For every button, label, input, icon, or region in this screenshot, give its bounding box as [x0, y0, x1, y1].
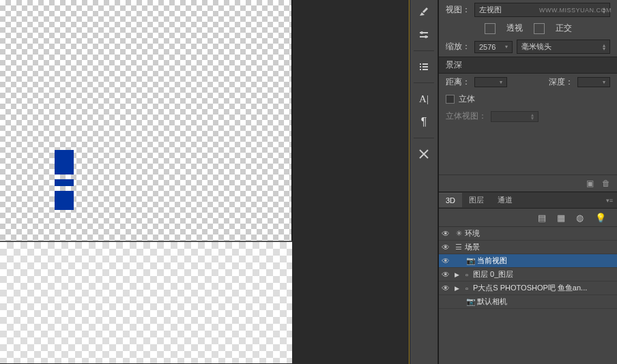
caret-updown-icon: ▴▾ — [531, 113, 534, 120]
view-value: 左视图 — [479, 5, 502, 15]
caret-updown-icon: ▴▾ — [603, 44, 605, 50]
watermark-text: WWW.MISSYUAN.COM — [539, 7, 612, 14]
depth-dropdown[interactable]: ▾ — [577, 77, 610, 87]
disclosure-arrow-icon[interactable]: ▶ — [453, 285, 461, 292]
dof-row: 距离： ▾ 深度： ▾ — [439, 74, 617, 91]
visibility-eye-icon[interactable]: 👁 — [439, 284, 453, 293]
perspective-cube-icon[interactable] — [485, 23, 496, 34]
paragraph-panel-icon[interactable]: ¶ — [413, 113, 435, 131]
scene-icon: ☰ — [453, 243, 465, 252]
distance-label: 距离： — [446, 76, 470, 88]
mesh-icon: ▫ — [461, 284, 473, 292]
stereo-view-row: 立体视图： ▴▾ — [439, 108, 617, 125]
properties-panel: WWW.MISSYUAN.COM 视图： 左视图 ▴▾ 透视 正交 缩放： 25… — [439, 0, 617, 192]
tree-label: 图层 0_图层 — [473, 269, 513, 279]
blue-block-2 — [55, 179, 74, 186]
tab-channels[interactable]: 通道 — [491, 192, 519, 208]
filter-mesh-icon[interactable]: ▦ — [557, 213, 566, 222]
tree-label: 环境 — [465, 228, 480, 239]
distance-dropdown[interactable]: ▾ — [474, 77, 507, 87]
panel-tabs: 3D 图层 通道 ▾≡ — [439, 192, 617, 209]
scene-tree: 👁 ✳ 环境 👁 ☰ 场景 👁 📷 当前视图 👁 ▶ ▫ 图层 0_图层 — [439, 227, 617, 364]
tab-layers[interactable]: 图层 — [462, 192, 491, 208]
visibility-eye-icon[interactable]: 👁 — [439, 229, 453, 239]
projection-row: 透视 正交 — [439, 20, 617, 37]
mesh-icon: ▫ — [461, 271, 473, 279]
layers-3d-panel: 3D 图层 通道 ▾≡ ▤ ▦ ◍ 💡 👁 ✳ 环境 👁 ☰ 场景 👁 — [439, 192, 617, 364]
blue-block-1 — [55, 150, 74, 175]
stereo-check-label: 立体 — [459, 93, 475, 105]
tree-label: 场景 — [465, 242, 480, 252]
stereo-check-row: 立体 — [439, 91, 617, 108]
tab-3d[interactable]: 3D — [439, 193, 462, 207]
tree-label: P大点S PHOTOSHOP吧 鱼鱼an... — [473, 283, 587, 293]
caret-down-icon: ▾ — [500, 79, 502, 85]
stereo-view-label: 立体视图： — [446, 110, 487, 122]
ortho-cube-icon[interactable] — [534, 23, 545, 34]
perspective-label: 透视 — [506, 22, 523, 34]
stereo-view-dropdown[interactable]: ▴▾ — [491, 111, 539, 122]
caret-down-icon: ▾ — [505, 44, 508, 50]
depth-label: 深度： — [549, 76, 573, 88]
tree-label: 默认相机 — [477, 297, 507, 307]
tree-row-layer0[interactable]: 👁 ▶ ▫ 图层 0_图层 — [439, 268, 617, 282]
disclosure-arrow-icon[interactable]: ▶ — [453, 271, 461, 278]
tree-row-scene[interactable]: 👁 ☰ 场景 — [439, 241, 617, 254]
zoom-dropdown[interactable]: 2576 ▾ — [474, 41, 513, 53]
filter-scene-icon[interactable]: ▤ — [538, 213, 547, 222]
character-panel-icon[interactable]: A| — [413, 90, 435, 108]
view-label: 视图： — [446, 4, 470, 16]
adjust-tool-icon[interactable] — [413, 26, 435, 44]
tree-label: 当前视图 — [477, 256, 507, 266]
canvas-upper-doc[interactable] — [0, 0, 292, 241]
lens-dropdown[interactable]: 毫米镜头 ▴▾ — [517, 40, 610, 54]
environment-icon: ✳ — [453, 229, 465, 238]
filter-material-icon[interactable]: ◍ — [576, 213, 586, 222]
tree-row-environment[interactable]: 👁 ✳ 环境 — [439, 227, 617, 241]
trash-icon[interactable]: 🗑 — [601, 178, 612, 189]
dof-header: 景深 — [439, 57, 617, 74]
svg-point-1 — [425, 35, 427, 38]
tree-row-current-view[interactable]: 👁 📷 当前视图 — [439, 254, 617, 268]
tree-row-pbig[interactable]: 👁 ▶ ▫ P大点S PHOTOSHOP吧 鱼鱼an... — [439, 282, 617, 295]
zoom-label: 缩放： — [446, 41, 470, 52]
vertical-toolbar: A| ¶ — [410, 0, 438, 364]
filter-light-icon[interactable]: 💡 — [595, 213, 605, 222]
lens-value: 毫米镜头 — [521, 42, 551, 52]
stereo-checkbox[interactable] — [446, 95, 455, 104]
brush-tool-icon[interactable] — [413, 3, 435, 20]
caret-down-icon: ▾ — [603, 79, 605, 85]
ortho-label: 正交 — [556, 22, 572, 34]
tree-row-default-camera[interactable]: 📷 默认相机 — [439, 295, 617, 309]
tools-crossed-icon[interactable] — [413, 145, 435, 163]
list-tool-icon[interactable] — [413, 58, 435, 76]
canvas-lower-doc[interactable] — [0, 242, 292, 363]
layer-filter-toolbar: ▤ ▦ ◍ 💡 — [439, 209, 617, 227]
canvas-area[interactable] — [0, 0, 410, 364]
zoom-value: 2576 — [479, 43, 496, 51]
render-icon[interactable]: ▣ — [584, 178, 595, 189]
svg-point-0 — [420, 31, 423, 34]
camera-icon: 📷 — [465, 256, 477, 265]
visibility-eye-icon[interactable]: 👁 — [439, 270, 453, 279]
visibility-eye-icon[interactable]: 👁 — [439, 243, 453, 252]
props-footer: ▣ 🗑 — [439, 175, 617, 192]
visibility-eye-icon[interactable]: 👁 — [439, 256, 453, 266]
blue-block-3 — [55, 191, 74, 210]
zoom-row: 缩放： 2576 ▾ 毫米镜头 ▴▾ — [439, 37, 617, 57]
panel-menu-icon[interactable]: ▾≡ — [602, 197, 617, 204]
camera-icon: 📷 — [465, 297, 477, 306]
right-panels: WWW.MISSYUAN.COM 视图： 左视图 ▴▾ 透视 正交 缩放： 25… — [438, 0, 617, 364]
